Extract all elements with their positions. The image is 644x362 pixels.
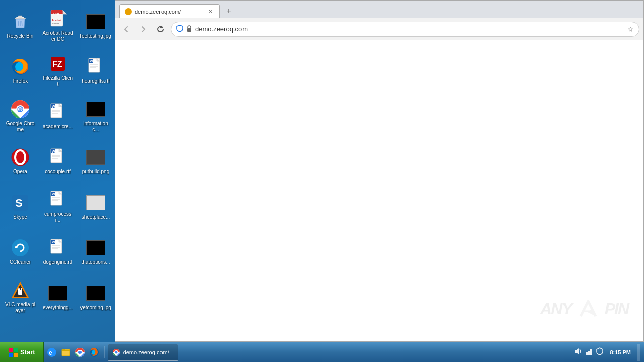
putbuild-icon	[86, 147, 106, 167]
desktop-icon-opera[interactable]: Opera	[3, 141, 38, 181]
ccleaner-label: CCleaner	[10, 259, 31, 265]
desktop-icon-feeltesting[interactable]: feeltesting.jpg	[78, 5, 113, 45]
thatoptions-icon	[86, 238, 106, 258]
taskbar-item-chrome-label: demo.zeeroq.com/	[123, 349, 169, 355]
start-button[interactable]: Start	[0, 342, 44, 363]
new-tab-button[interactable]: +	[222, 4, 236, 18]
taskbar-item-chrome[interactable]: demo.zeeroq.com/	[108, 344, 178, 361]
desktop-icon-putbuild[interactable]: putbuild.png	[78, 141, 113, 181]
svg-rect-69	[21, 288, 22, 290]
windows-logo-icon	[8, 347, 18, 357]
firefox-label: Firefox	[13, 78, 28, 84]
feeltesting-label: feeltesting.jpg	[80, 33, 111, 39]
desktop-icon-ccleaner[interactable]: CCleaner	[3, 231, 38, 272]
desktop-icon-thatoptions[interactable]: thatoptions...	[78, 231, 113, 272]
svg-text:W: W	[52, 192, 55, 196]
svg-text:W: W	[52, 105, 55, 108]
desktop-icon-chrome[interactable]: Google Chrome	[3, 96, 38, 136]
heardgifts-label: heardgifts.rtf	[82, 78, 110, 84]
desktop-icon-sheetplace[interactable]: sheetplace...	[78, 186, 113, 226]
everythingg-icon	[48, 283, 68, 303]
desktop-icon-cumprocessi[interactable]: W cumprocessi...	[40, 186, 75, 226]
tab-title: demo.zeeroq.com/	[135, 9, 203, 15]
tab-close-button[interactable]: ✕	[206, 8, 214, 16]
taskbar-item-chrome-icon	[112, 348, 120, 356]
svg-point-83	[78, 351, 82, 354]
address-input[interactable]	[195, 25, 624, 33]
svg-rect-71	[187, 28, 191, 32]
sheetplace-icon	[86, 193, 106, 213]
svg-rect-1	[15, 18, 26, 19]
svg-text:e: e	[49, 349, 52, 356]
browser-window: demo.zeeroq.com/ ✕ +	[115, 0, 644, 342]
back-button[interactable]	[119, 22, 133, 36]
svg-line-4	[22, 21, 22, 26]
show-desktop-button[interactable]	[637, 344, 640, 361]
desktop-icon-everythingg[interactable]: everythingg...	[40, 277, 75, 317]
browser-navbar: ☆	[115, 18, 643, 40]
svg-text:W: W	[90, 59, 93, 63]
sheetplace-label: sheetplace...	[82, 214, 110, 220]
acrobat-icon: PDF Acrobat Reader	[48, 9, 68, 29]
svg-rect-30	[11, 108, 29, 110]
desktop-icon-informationc[interactable]: informationc...	[78, 96, 113, 136]
desktop-icon-recycle-bin[interactable]: Recycle Bin	[3, 5, 38, 45]
academicre-icon: W	[48, 102, 68, 122]
filezilla-icon: FZ	[48, 54, 68, 74]
cumprocessi-label: cumprocessi...	[42, 211, 73, 223]
svg-rect-91	[590, 349, 592, 355]
acrobat-label: Acrobat Reader DC	[42, 30, 73, 42]
yetcoming-icon	[86, 283, 106, 303]
taskbar-ie-icon[interactable]: e	[46, 346, 58, 358]
dogengine-icon: W	[48, 238, 68, 258]
watermark: ANY PIN	[540, 296, 628, 321]
desktop-icon-filezilla[interactable]: FZ FileZilla Client	[40, 50, 75, 90]
skype-icon: S	[10, 193, 30, 213]
desktop-icon-yetcoming[interactable]: yetcoming.jpg	[78, 277, 113, 317]
clock-time: 8:15 PM	[610, 349, 631, 355]
chrome-icon	[10, 99, 30, 119]
taskbar-firefox-icon[interactable]	[88, 346, 100, 358]
desktop-icon-firefox[interactable]: Firefox	[3, 50, 38, 90]
network-icon[interactable]	[585, 347, 593, 357]
cumprocessi-icon: W	[48, 190, 68, 210]
forward-button[interactable]	[136, 22, 150, 36]
browser-tab-active[interactable]: demo.zeeroq.com/ ✕	[119, 4, 220, 18]
start-label: Start	[20, 348, 35, 356]
informationc-label: informationc...	[80, 121, 111, 133]
svg-rect-90	[588, 351, 590, 355]
watermark-sub: PIN	[605, 300, 628, 318]
svg-rect-67	[18, 290, 22, 295]
desktop-icon-dogengine[interactable]: W dogengine.rtf	[40, 231, 75, 272]
svg-text:W: W	[52, 240, 55, 244]
svg-text:FZ: FZ	[52, 60, 62, 68]
bookmark-star-icon[interactable]: ☆	[627, 25, 634, 33]
watermark-logo	[576, 296, 601, 321]
svg-rect-74	[9, 353, 13, 357]
svg-rect-72	[9, 348, 13, 352]
desktop-icon-acrobat[interactable]: PDF Acrobat Reader Acrobat Reader DC	[40, 5, 75, 45]
informationc-icon	[86, 99, 106, 119]
opera-icon	[10, 147, 30, 167]
address-bar[interactable]: ☆	[171, 22, 639, 37]
svg-rect-80	[62, 350, 70, 351]
svg-rect-5	[18, 16, 22, 17]
filezilla-label: FileZilla Client	[42, 75, 73, 87]
putbuild-label: putbuild.png	[82, 169, 110, 175]
taskbar-explorer-icon[interactable]	[60, 346, 72, 358]
desktop-icon-academicre[interactable]: W academicre...	[40, 96, 75, 136]
svg-point-88	[115, 351, 117, 353]
cocouple-icon: W	[48, 147, 68, 167]
taskbar: Start e	[0, 342, 644, 362]
volume-icon[interactable]	[574, 347, 582, 357]
desktop-icon-cocouple[interactable]: W cocouple.rtf	[40, 141, 75, 181]
desktop-icon-skype[interactable]: S Skype	[3, 186, 38, 226]
desktop-icon-heardgifts[interactable]: W heardgifts.rtf	[78, 50, 113, 90]
reload-button[interactable]	[153, 22, 168, 36]
taskbar-chrome-quicklaunch-icon[interactable]	[74, 346, 86, 358]
svg-rect-89	[586, 352, 588, 355]
taskbar-clock[interactable]: 8:15 PM	[608, 348, 633, 356]
action-center-icon[interactable]	[596, 347, 604, 357]
desktop-icon-vlc[interactable]: VLC media player	[3, 277, 38, 317]
opera-label: Opera	[13, 169, 27, 175]
